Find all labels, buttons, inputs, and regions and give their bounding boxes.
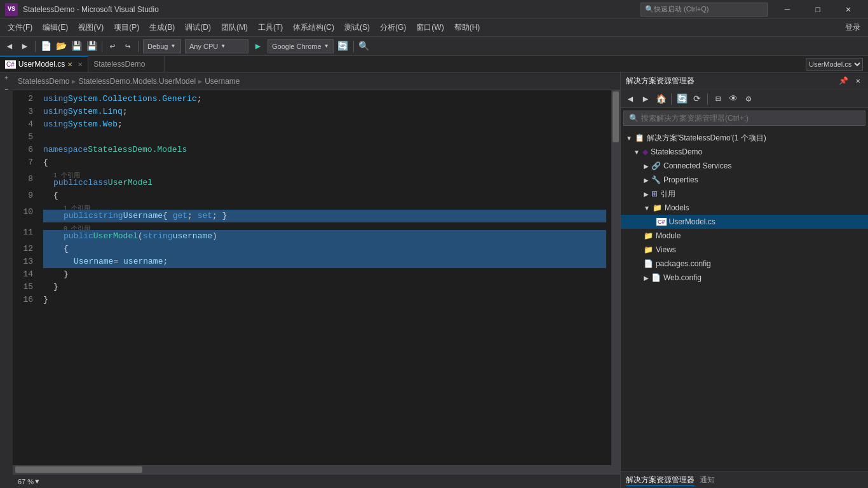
new-file-button[interactable]: 📄 <box>39 39 53 53</box>
tree-item-models[interactable]: ▼ 📁 Models <box>621 201 868 215</box>
browser-dropdown[interactable]: Google Chrome▼ <box>268 39 334 53</box>
code-line-group: 1 个引用 public class UserModel <box>43 169 606 189</box>
se-header: 解决方案资源管理器 📌 ✕ <box>621 72 868 90</box>
open-button[interactable]: 📂 <box>54 39 68 53</box>
packages-config-label: packages.config <box>656 259 711 268</box>
close-button[interactable]: ✕ <box>834 0 863 19</box>
solution-explorer: 解决方案资源管理器 📌 ✕ ◀ ▶ 🏠 🔄 ⟳ ⊟ 👁 ⚙ 🔍 ▼ <box>620 72 868 488</box>
menu-build[interactable]: 生成(B) <box>144 20 180 36</box>
tab-close-button[interactable]: ✕ <box>78 61 83 68</box>
back-button[interactable]: ◀ <box>3 39 17 53</box>
tab-usermodel[interactable]: C# UserModel.cs ✕ ✕ <box>0 56 88 72</box>
se-forward-button[interactable]: ▶ <box>639 92 653 106</box>
connected-services-label: Connected Services <box>663 161 731 170</box>
menu-test[interactable]: 测试(S) <box>339 20 375 36</box>
tree-item-module[interactable]: 📁 Module <box>621 229 868 243</box>
code-line-group: 1 个引用 public string Username { get; set;… <box>43 202 606 222</box>
project-icon: ◆ <box>642 147 648 156</box>
horizontal-scrollbar[interactable] <box>13 465 620 474</box>
se-settings-button[interactable]: ⚙ <box>742 92 756 106</box>
find-button[interactable]: 🔍 <box>357 39 371 53</box>
menu-tools[interactable]: 工具(T) <box>253 20 288 36</box>
forward-button[interactable]: ▶ <box>18 39 32 53</box>
menu-debug[interactable]: 调试(D) <box>180 20 216 36</box>
menu-project[interactable]: 项目(P) <box>109 20 144 36</box>
web-config-icon: 📄 <box>651 273 661 282</box>
se-tree: ▼ 📋 解决方案'StatelessDemo'(1 个项目) ▼ ◆ State… <box>621 128 868 471</box>
vs-logo: VS <box>5 3 18 16</box>
tree-project[interactable]: ▼ ◆ StatelessDemo <box>621 145 868 159</box>
se-sep1 <box>671 93 672 105</box>
code-line-selected: public UserModel(string username) <box>43 230 606 243</box>
breadcrumb-namespace[interactable]: StatelessDemo.Models.UserModel <box>78 77 196 86</box>
tree-item-web-config[interactable]: ▶ 📄 Web.config <box>621 271 868 285</box>
code-line: using System.Web; <box>43 118 606 131</box>
tab-statelessdemo[interactable]: StatelessDemo <box>88 56 165 72</box>
expand-all-button[interactable]: + <box>1 75 11 85</box>
start-button[interactable]: ▶ <box>251 39 265 53</box>
debug-config-dropdown[interactable]: Debug▼ <box>143 39 181 53</box>
sep3 <box>138 41 139 52</box>
breadcrumb-member[interactable]: Username <box>205 77 240 86</box>
menu-edit[interactable]: 编辑(E) <box>37 20 73 36</box>
undo-button[interactable]: ↩ <box>105 39 119 53</box>
breadcrumb-project[interactable]: StatelessDemo <box>18 77 69 86</box>
tree-solution[interactable]: ▼ 📋 解决方案'StatelessDemo'(1 个项目) <box>621 131 868 145</box>
toolbar: ◀ ▶ 📄 📂 💾 💾 ↩ ↪ Debug▼ Any CPU▼ ▶ Google… <box>0 37 868 56</box>
cpu-dropdown[interactable]: Any CPU▼ <box>185 39 248 53</box>
save-button[interactable]: 💾 <box>69 39 83 53</box>
quick-launch[interactable]: 🔍 快速启动 (Ctrl+Q) <box>641 3 768 17</box>
menu-help[interactable]: 帮助(H) <box>449 20 485 36</box>
se-sync-button[interactable]: 🔄 <box>675 92 689 106</box>
module-folder-icon: 📁 <box>644 231 653 240</box>
tree-item-usermodel[interactable]: C# UserModel.cs <box>621 215 868 229</box>
code-line-selected: { <box>43 243 606 255</box>
zoom-dropdown[interactable]: ▼ <box>35 478 39 485</box>
menu-view[interactable]: 视图(V) <box>73 20 109 36</box>
se-show-all-button[interactable]: 👁 <box>726 92 740 106</box>
minimize-button[interactable]: ─ <box>773 0 802 19</box>
zoom-level[interactable]: 67 % <box>18 478 34 485</box>
menu-architecture[interactable]: 体系结构(C) <box>288 20 339 36</box>
code-line: using System.Linq; <box>43 105 606 118</box>
scroll-thumb[interactable] <box>613 92 619 142</box>
se-title: 解决方案资源管理器 <box>626 76 834 86</box>
solution-icon: 📋 <box>635 133 644 142</box>
references-icon: ⊞ <box>651 189 658 198</box>
h-scroll-thumb[interactable] <box>15 466 142 473</box>
refresh-button[interactable]: 🔄 <box>336 39 350 53</box>
se-footer-tab-solution[interactable]: 解决方案资源管理器 <box>626 475 695 486</box>
se-refresh-button[interactable]: ⟳ <box>690 92 704 106</box>
tree-item-properties[interactable]: ▶ 🔧 Properties <box>621 173 868 187</box>
se-home-button[interactable]: 🏠 <box>654 92 668 106</box>
save-all-button[interactable]: 💾 <box>85 39 98 53</box>
module-label: Module <box>656 231 681 240</box>
se-back-button[interactable]: ◀ <box>623 92 637 106</box>
properties-label: Properties <box>663 175 698 184</box>
se-footer-tab-notifications[interactable]: 通知 <box>700 475 715 485</box>
tree-item-references[interactable]: ▶ ⊞ 引用 <box>621 187 868 201</box>
redo-button[interactable]: ↪ <box>121 39 135 53</box>
breadcrumb-sep2: ▸ <box>198 77 202 86</box>
menu-window[interactable]: 窗口(W) <box>411 20 449 36</box>
window-controls: ─ ❐ ✕ <box>773 0 863 19</box>
packages-config-icon: 📄 <box>644 259 653 268</box>
signin-button[interactable]: 登录 <box>840 20 865 36</box>
views-folder-icon: 📁 <box>644 245 653 254</box>
tree-item-packages-config[interactable]: 📄 packages.config <box>621 257 868 271</box>
se-search-input[interactable] <box>641 114 860 123</box>
file-selector[interactable]: UserModel.cs <box>806 58 863 71</box>
tree-item-views[interactable]: 📁 Views <box>621 243 868 257</box>
tree-item-connected-services[interactable]: ▶ 🔗 Connected Services <box>621 159 868 173</box>
collapse-all-button[interactable]: − <box>1 86 11 97</box>
scrollbar[interactable] <box>611 90 620 465</box>
menu-analyze[interactable]: 分析(G) <box>375 20 411 36</box>
menu-file[interactable]: 文件(F) <box>3 20 37 36</box>
se-collapse-button[interactable]: ⊟ <box>711 92 725 106</box>
menu-team[interactable]: 团队(M) <box>216 20 253 36</box>
restore-button[interactable]: ❐ <box>803 0 832 19</box>
se-pin-button[interactable]: 📌 <box>836 75 851 87</box>
code-lines[interactable]: using System.Collections.Generic; using … <box>38 90 611 465</box>
se-search[interactable]: 🔍 <box>623 111 865 126</box>
se-close-button[interactable]: ✕ <box>853 75 863 87</box>
